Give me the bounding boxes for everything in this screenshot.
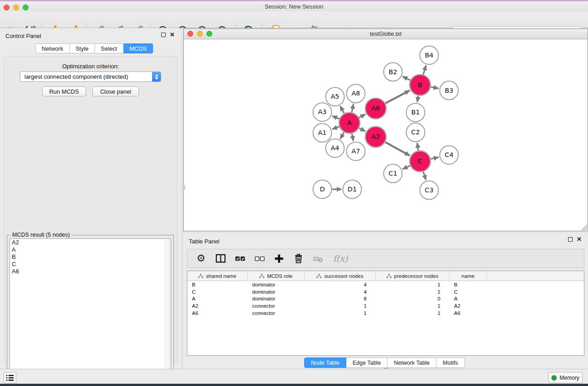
edge-B-B1[interactable]	[417, 95, 418, 102]
tab-select[interactable]: Select	[95, 43, 124, 53]
column-header-shared-name[interactable]: shared name	[187, 271, 248, 281]
graph-node-C4[interactable]: C4	[440, 146, 459, 164]
graph-node-C[interactable]: C	[410, 151, 430, 172]
graph-node-A2[interactable]: A2	[365, 127, 386, 148]
network-window-titlebar[interactable]: testGlobe.txt	[184, 29, 588, 39]
graph-node-C1[interactable]: C1	[384, 164, 402, 183]
network-canvas[interactable]: B4B2BB3A5A8A6B1A3AC2A1A2A4A7C4CC1C3DD1	[184, 39, 588, 231]
optimization-select[interactable]: largest connected component (directed)	[20, 71, 161, 82]
tab-mcds[interactable]: MCDS	[124, 43, 153, 53]
table-tab-node-table[interactable]: Node Table	[304, 357, 346, 368]
tab-network[interactable]: Network	[35, 43, 70, 53]
graph-node-B2[interactable]: B2	[384, 62, 402, 81]
edge-B-B4[interactable]	[423, 65, 426, 74]
table-cell: 1	[376, 310, 449, 316]
table-row[interactable]: A2connector11A2	[187, 302, 584, 310]
memory-button[interactable]: Memory	[548, 372, 583, 383]
column-header-mcds-role[interactable]: MCDS role	[248, 271, 305, 281]
graph-node-B1[interactable]: B1	[406, 103, 425, 122]
edge-A-A4[interactable]	[340, 132, 344, 139]
graph-node-A8[interactable]: A8	[347, 84, 365, 103]
table-tab-motifs[interactable]: Motifs	[436, 357, 464, 368]
column-header-name[interactable]: name	[449, 271, 487, 281]
table-row[interactable]: Cdominator41C	[187, 288, 584, 295]
result-scrollbar[interactable]	[164, 239, 171, 384]
column-type-icon	[316, 274, 321, 278]
add-column-icon[interactable]	[273, 253, 285, 264]
svg-text:B4: B4	[425, 52, 433, 59]
run-mcds-button[interactable]: Run MCDS	[42, 86, 86, 96]
table-cell: A	[187, 296, 248, 301]
graph-node-D[interactable]: D	[313, 180, 332, 199]
close-table-panel-icon[interactable]: ✕	[577, 237, 582, 242]
result-item[interactable]: C	[10, 261, 171, 268]
table-body: Bdominator41BCdominator41CAdominator80AA…	[187, 281, 584, 316]
svg-text:B3: B3	[445, 87, 453, 94]
edge-A6-B[interactable]	[385, 91, 410, 103]
float-panel-icon[interactable]	[161, 33, 166, 37]
edge-C-C1[interactable]	[402, 166, 410, 169]
graph-node-A6[interactable]: A6	[365, 98, 386, 119]
graph-node-A4[interactable]: A4	[326, 139, 344, 157]
result-item[interactable]: A2	[10, 239, 171, 246]
close-panel-button[interactable]: Close panel	[92, 86, 139, 96]
edge-A-A7[interactable]	[352, 133, 354, 141]
edge-A-A6[interactable]	[359, 114, 365, 118]
mcds-result-list[interactable]: A2ABCA6	[10, 238, 171, 385]
svg-text:A8: A8	[351, 90, 360, 97]
close-panel-icon[interactable]: ✕	[170, 33, 175, 37]
edge-C-C2[interactable]	[417, 143, 419, 151]
table-cell: connector	[248, 310, 305, 316]
delete-table-icon[interactable]	[312, 253, 324, 264]
graph-node-A3[interactable]: A3	[313, 103, 332, 121]
edge-B-B3[interactable]	[431, 87, 439, 88]
table-cell: A6	[449, 310, 487, 316]
result-item[interactable]: A6	[10, 268, 171, 275]
function-builder-icon[interactable]: f(x)	[331, 253, 349, 264]
svg-text:A4: A4	[330, 144, 339, 152]
table-row[interactable]: Bdominator41B	[187, 281, 584, 288]
edge-A-A3[interactable]	[332, 116, 339, 119]
edge-A2-C[interactable]	[385, 142, 410, 156]
task-history-button[interactable]	[4, 372, 16, 383]
edge-C-C3[interactable]	[423, 172, 426, 180]
show-columns-icon[interactable]	[215, 253, 226, 264]
deselect-all-checkbox-icon[interactable]	[253, 253, 265, 264]
edge-C-C4[interactable]	[430, 157, 439, 159]
graph-node-B3[interactable]: B3	[440, 81, 459, 100]
table-row[interactable]: A6connector11A6	[187, 310, 584, 317]
edge-A-A8[interactable]	[352, 104, 354, 113]
graph-node-B4[interactable]: B4	[420, 46, 439, 64]
svg-text:A7: A7	[351, 148, 360, 155]
graph-node-A5[interactable]: A5	[326, 87, 344, 106]
column-header-successor-nodes[interactable]: successor nodes	[305, 271, 376, 281]
select-all-checkbox-icon[interactable]	[234, 253, 246, 264]
graph-node-A7[interactable]: A7	[347, 142, 365, 161]
table-tab-edge-table[interactable]: Edge Table	[346, 357, 387, 368]
window-titlebar[interactable]: Session: New Session	[0, 1, 588, 11]
window-resize-handle[interactable]	[183, 185, 185, 190]
result-item[interactable]: B	[10, 253, 171, 261]
graph-node-D1[interactable]: D1	[343, 180, 362, 199]
tab-style[interactable]: Style	[70, 43, 95, 53]
delete-column-icon[interactable]	[292, 253, 304, 264]
column-header-predecessor-nodes[interactable]: predecessor nodes	[376, 271, 449, 281]
graph-node-C2[interactable]: C2	[406, 123, 425, 142]
table-options-icon[interactable]: ⚙	[195, 253, 207, 264]
edge-A-A2[interactable]	[359, 128, 365, 131]
float-table-panel-icon[interactable]	[568, 237, 573, 242]
table-cell: 1	[376, 282, 449, 287]
table-row[interactable]: Adominator80A	[187, 295, 584, 302]
result-item[interactable]: A	[10, 246, 171, 253]
graph-node-B[interactable]: B	[410, 75, 430, 95]
table-cell: A6	[187, 310, 248, 316]
edge-A-A5[interactable]	[340, 106, 344, 113]
graph-node-C3[interactable]: C3	[420, 181, 439, 200]
edge-B-B2[interactable]	[402, 76, 410, 80]
graph-node-A[interactable]: A	[339, 113, 360, 133]
select-stepper-icon[interactable]	[152, 72, 161, 81]
edge-A-A1[interactable]	[332, 127, 339, 129]
table-tab-network-table[interactable]: Network Table	[387, 357, 436, 368]
window-resize-grip-icon[interactable]	[581, 224, 587, 230]
graph-node-A1[interactable]: A1	[313, 124, 332, 142]
